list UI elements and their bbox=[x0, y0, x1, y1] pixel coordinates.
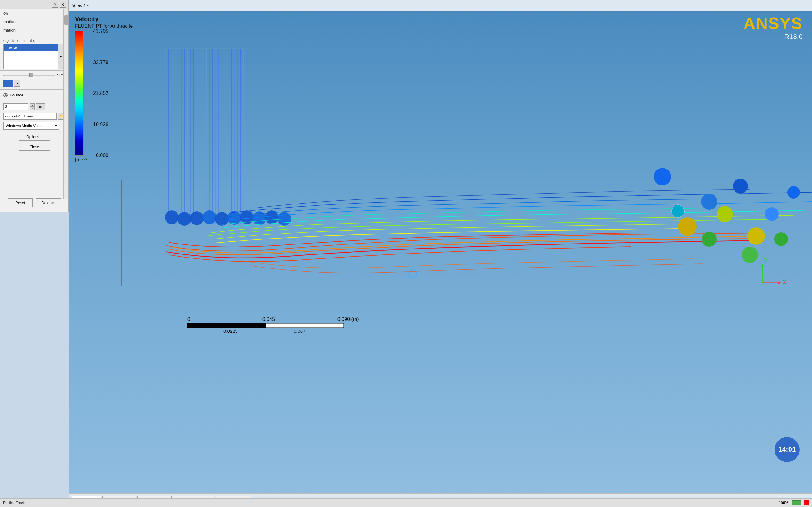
svg-point-31 bbox=[215, 212, 229, 226]
tick-4: 10.926 bbox=[93, 122, 108, 127]
format-dropdown[interactable]: Windows Media Video ▾ bbox=[3, 122, 59, 129]
svg-point-48 bbox=[672, 205, 684, 217]
status-bar: ParticleTrack 100% bbox=[0, 498, 812, 507]
progress-section: 100% bbox=[778, 500, 809, 505]
svg-text:0.067: 0.067 bbox=[294, 328, 306, 334]
colorbar-gradient: 43.705 32.779 21.852 10.926 0.000 bbox=[75, 31, 84, 156]
progress-value: 100% bbox=[778, 501, 788, 505]
svg-text:0.045: 0.045 bbox=[262, 317, 275, 322]
bounce-radio-row: Bounce bbox=[0, 91, 68, 99]
svg-point-44 bbox=[747, 227, 765, 245]
speed-slider-thumb[interactable] bbox=[30, 73, 33, 77]
visualization-canvas: X Y 0 0.045 0.090 (m) 0.0225 0.067 bbox=[69, 11, 812, 493]
panel-titlebar: ? ✕ bbox=[0, 0, 68, 9]
svg-point-27 bbox=[165, 211, 179, 224]
speed-slider-row: Slow bbox=[0, 72, 68, 79]
number-input-row: ▲ ▼ ∞ bbox=[0, 102, 68, 111]
svg-rect-61 bbox=[265, 324, 344, 328]
svg-point-29 bbox=[190, 211, 204, 225]
listbox-item[interactable]: hracite bbox=[4, 44, 63, 51]
tick-3: 21.852 bbox=[93, 91, 108, 96]
dropdown-arrow-button[interactable]: ▾ bbox=[14, 80, 20, 87]
number-input[interactable] bbox=[3, 103, 29, 110]
svg-point-41 bbox=[787, 186, 800, 199]
svg-point-47 bbox=[774, 232, 788, 246]
svg-point-38 bbox=[701, 193, 717, 210]
timer-badge: 14:01 bbox=[774, 437, 800, 462]
svg-point-45 bbox=[702, 232, 717, 247]
svg-text:Y: Y bbox=[764, 258, 768, 264]
spinner-up[interactable]: ▲ bbox=[30, 103, 35, 107]
tick-2: 32.779 bbox=[93, 60, 108, 65]
close-panel-button[interactable]: ✕ bbox=[60, 2, 66, 8]
view-dropdown-arrow[interactable]: ▾ bbox=[87, 4, 89, 7]
colorbar-title: Velocity bbox=[75, 16, 133, 23]
panel-scrollbar[interactable] bbox=[63, 9, 68, 200]
ansys-logo-text: ANSYS bbox=[744, 14, 803, 33]
file-path-row: 📁 bbox=[0, 111, 68, 121]
ansys-version: R18.0 bbox=[744, 33, 803, 41]
svg-text:X: X bbox=[782, 279, 786, 286]
svg-point-39 bbox=[733, 179, 748, 193]
bounce-radio[interactable] bbox=[3, 93, 8, 97]
defaults-button[interactable]: Defaults bbox=[36, 198, 61, 207]
svg-point-46 bbox=[742, 247, 758, 263]
infinity-button[interactable]: ∞ bbox=[36, 103, 45, 110]
format-arrow: ▾ bbox=[55, 124, 57, 128]
format-row: Windows Media Video ▾ bbox=[0, 121, 68, 131]
spinner-down[interactable]: ▼ bbox=[30, 107, 35, 110]
progress-bar-green bbox=[792, 500, 801, 505]
svg-text:0.0225: 0.0225 bbox=[223, 328, 238, 334]
section-on: on bbox=[0, 9, 68, 17]
file-path-input[interactable] bbox=[3, 113, 57, 120]
spinner-buttons: ▲ ▼ bbox=[30, 103, 35, 110]
view-header: View 1 ▾ bbox=[69, 0, 812, 11]
objects-listbox[interactable]: hracite ▾ bbox=[3, 44, 63, 69]
svg-point-40 bbox=[765, 207, 778, 221]
panel-bottom-buttons: Reset Defaults bbox=[0, 196, 68, 210]
objects-label: objects to animate: bbox=[0, 37, 68, 43]
help-button[interactable]: ? bbox=[52, 2, 58, 8]
stop-indicator bbox=[804, 500, 809, 505]
reset-button[interactable]: Reset bbox=[8, 198, 33, 207]
ansys-logo: ANSYS R18.0 bbox=[744, 14, 803, 41]
tick-min: 0.000 bbox=[96, 153, 108, 158]
play-step-dropdown[interactable] bbox=[3, 80, 13, 87]
play-controls-row: ▾ bbox=[0, 79, 68, 88]
tick-max: 43.705 bbox=[93, 29, 108, 34]
speed-slider-track[interactable] bbox=[3, 75, 55, 76]
svg-point-30 bbox=[202, 211, 216, 224]
view-title: View 1 bbox=[72, 3, 86, 8]
svg-point-43 bbox=[717, 206, 733, 222]
section-mation1: mation bbox=[0, 17, 68, 26]
svg-text:0.090 (m): 0.090 (m) bbox=[338, 317, 359, 322]
close-dialog-button[interactable]: Close bbox=[19, 143, 50, 151]
scroll-thumb bbox=[64, 15, 68, 25]
particle-track-label: ParticleTrack bbox=[3, 501, 25, 505]
format-label: Windows Media Video bbox=[6, 124, 43, 128]
section-mation2: mation bbox=[0, 26, 68, 34]
radio-dot bbox=[5, 94, 7, 96]
svg-point-42 bbox=[678, 217, 697, 236]
svg-text:0: 0 bbox=[188, 317, 190, 322]
svg-point-28 bbox=[177, 212, 191, 226]
svg-point-37 bbox=[654, 168, 671, 185]
main-viewport: View 1 ▾ ANSYS R18.0 Velocity FLUENT PT … bbox=[69, 0, 812, 493]
colorbar: Velocity FLUENT PT for Anthracite 43.705… bbox=[75, 16, 133, 163]
listbox-dropdown-arrow[interactable]: ▾ bbox=[58, 44, 63, 69]
bounce-label: Bounce bbox=[10, 93, 23, 97]
options-section: Options... Close bbox=[0, 133, 68, 151]
options-button[interactable]: Options... bbox=[19, 133, 50, 141]
left-panel: ? ✕ on mation mation objects to animate:… bbox=[0, 0, 69, 212]
